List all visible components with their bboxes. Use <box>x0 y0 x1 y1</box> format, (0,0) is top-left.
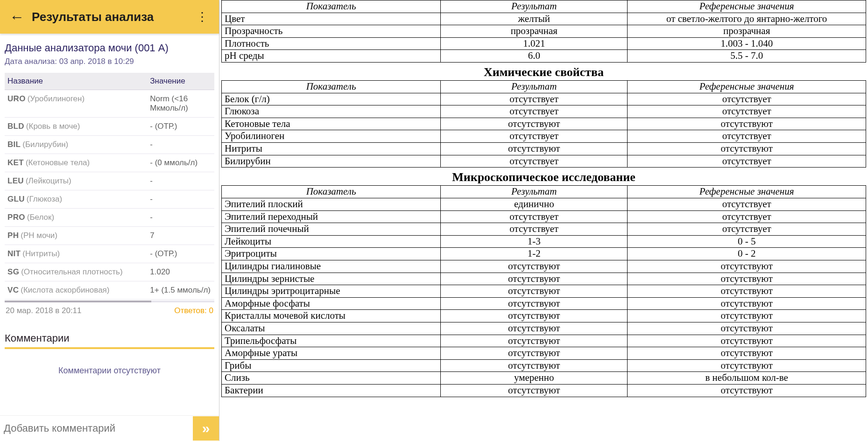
cell-ref: отсутствуют <box>628 285 866 298</box>
table-row: Кетоновые телаотсутствуютотсутствуют <box>222 118 866 130</box>
table-row: pH среды6.05.5 - 7.0 <box>222 50 866 63</box>
table-row[interactable]: KET(Кетоновые тела)- (0 ммоль/л) <box>5 154 214 172</box>
analyzer-table: Название Значение URO(Уробилиноген)Norm … <box>5 73 214 300</box>
content-scroll[interactable]: Данные анализатора мочи (001 A) Дата ана… <box>0 34 219 415</box>
table-row: Эпителий плоскийединичноотсутствует <box>222 198 866 210</box>
col-name: Название <box>5 73 147 90</box>
table-row[interactable]: NIT(Нитриты)- (ОТР.) <box>5 245 214 263</box>
param-name: (Кетоновые тела) <box>26 158 90 167</box>
cell-result: умеренно <box>441 372 628 385</box>
cell-result: отсутствуют <box>441 260 628 273</box>
param-value: - <box>147 136 214 154</box>
cell-result: 1-3 <box>441 235 628 248</box>
cell-param: Цвет <box>222 13 441 25</box>
cell-ref: отсутствуют <box>628 310 866 322</box>
cell-param: Лейкоциты <box>222 235 441 248</box>
hdr-result: Результат <box>441 186 628 198</box>
table-row[interactable]: PH(PH мочи)7 <box>5 227 214 245</box>
cell-param: Слизь <box>222 372 441 385</box>
param-name: (Белок) <box>27 213 54 222</box>
table-row[interactable]: SG(Относительная плотность)1.020 <box>5 263 214 281</box>
lab-report[interactable]: Показатель Результат Референсные значени… <box>219 0 868 441</box>
cell-param: Кристаллы мочевой кислоты <box>222 310 441 322</box>
cell-result: 1-2 <box>441 248 628 260</box>
cell-ref: отсутствуют <box>628 335 866 347</box>
section-microscopy: Микроскопическое исследование <box>221 170 866 184</box>
answers-count[interactable]: Ответов: 0 <box>174 306 213 315</box>
back-button[interactable]: ← <box>7 7 27 27</box>
param-name: (Лейкоциты) <box>26 176 71 185</box>
table-chemical: Показатель Результат Референсные значени… <box>221 80 866 168</box>
cell-param: Аморфные ураты <box>222 347 441 360</box>
cell-param: Эпителий переходный <box>222 210 441 223</box>
cell-param: Трипельфосфаты <box>222 335 441 347</box>
table-row[interactable]: GLU(Глюкоза)- <box>5 190 214 209</box>
param-name: (Относительная плотность) <box>21 267 122 276</box>
cell-result: отсутствует <box>441 105 628 118</box>
table-row: Оксалатыотсутствуютотсутствуют <box>222 322 866 335</box>
cell-result: отсутствует <box>441 130 628 143</box>
cell-result: отсутствуют <box>441 297 628 310</box>
cell-ref: отсутствует <box>628 105 866 118</box>
cell-ref: 5.5 - 7.0 <box>628 50 866 63</box>
param-value: - <box>147 172 214 190</box>
no-comments-text: Комментарии отсутствуют <box>5 349 214 382</box>
cell-ref: в небольшом кол-ве <box>628 372 866 385</box>
cell-result: прозрачная <box>441 25 628 38</box>
cell-param: Прозрачность <box>222 25 441 38</box>
comment-input[interactable] <box>0 416 193 441</box>
hdr-result: Результат <box>441 81 628 93</box>
cell-result: отсутствуют <box>441 322 628 335</box>
table-row[interactable]: PRO(Белок)- <box>5 209 214 227</box>
cell-param: Оксалаты <box>222 322 441 335</box>
cell-result: отсутствуют <box>441 347 628 360</box>
cell-result: 1.021 <box>441 37 628 50</box>
cell-result: отсутствуют <box>441 118 628 130</box>
cell-param: Цилиндры эритроцитарные <box>222 285 441 298</box>
table-row[interactable]: BLD(Кровь в моче)- (ОТР.) <box>5 118 214 136</box>
param-name: (Нитриты) <box>22 249 60 258</box>
cell-ref: отсутствует <box>628 223 866 236</box>
param-value: - <box>147 190 214 209</box>
cell-param: Эпителий плоский <box>222 198 441 210</box>
cell-ref: отсутствует <box>628 130 866 143</box>
send-comment-button[interactable]: » <box>193 416 219 441</box>
cell-param: Бактерии <box>222 385 441 397</box>
overflow-menu-button[interactable]: ⋮ <box>192 7 212 27</box>
back-arrow-icon: ← <box>9 8 24 26</box>
cell-result: желтый <box>441 13 628 25</box>
cell-ref: отсутствует <box>628 155 866 168</box>
param-code: URO <box>7 94 26 103</box>
table-row: Цветжелтыйот светло-желтого до янтарно-ж… <box>222 13 866 25</box>
cell-result: отсутствуют <box>441 273 628 285</box>
table-row: Эпителий переходныйотсутствуетотсутствуе… <box>222 210 866 223</box>
table-row[interactable]: BIL(Билирубин)- <box>5 136 214 154</box>
table-row[interactable]: URO(Уробилиноген)Norm (<16 Мкмоль/л) <box>5 90 214 118</box>
cell-result: 6.0 <box>441 50 628 63</box>
param-name: (Кровь в моче) <box>26 122 80 131</box>
cell-ref: отсутствуют <box>628 347 866 360</box>
table-row[interactable]: VC(Кислота аскорбиновая)1+ (1.5 ммоль/л) <box>5 281 214 300</box>
table-row: Билирубинотсутствуетотсутствует <box>222 155 866 168</box>
cell-param: Грибы <box>222 359 441 372</box>
table-row: Эпителий почечныйотсутствуетотсутствует <box>222 223 866 236</box>
cell-ref: прозрачная <box>628 25 866 38</box>
table-row: Цилиндры эритроцитарныеотсутствуютотсутс… <box>222 285 866 298</box>
param-code: GLU <box>7 195 25 203</box>
cell-param: Цилиндры гиалиновые <box>222 260 441 273</box>
cell-ref: 0 - 2 <box>628 248 866 260</box>
cell-param: Кетоновые тела <box>222 118 441 130</box>
cell-result: отсутствует <box>441 155 628 168</box>
table-row[interactable]: LEU(Лейкоциты)- <box>5 172 214 190</box>
table-row: Плотность1.0211.003 - 1.040 <box>222 37 866 50</box>
analyzer-subtitle: Данные анализатора мочи (001 A) <box>5 42 214 54</box>
toolbar: ← Результаты анализа ⋮ <box>0 0 219 34</box>
scroll-progress <box>5 301 214 302</box>
table-microscopy: Показатель Результат Референсные значени… <box>221 185 866 397</box>
cell-param: Нитриты <box>222 143 441 155</box>
table-row: Белок (г/л)отсутствуетотсутствует <box>222 93 866 105</box>
cell-param: Белок (г/л) <box>222 93 441 105</box>
table-row: Аморфные уратыотсутствуютотсутствуют <box>222 347 866 360</box>
cell-result: отсутствует <box>441 223 628 236</box>
param-name: (Билирубин) <box>22 140 68 149</box>
